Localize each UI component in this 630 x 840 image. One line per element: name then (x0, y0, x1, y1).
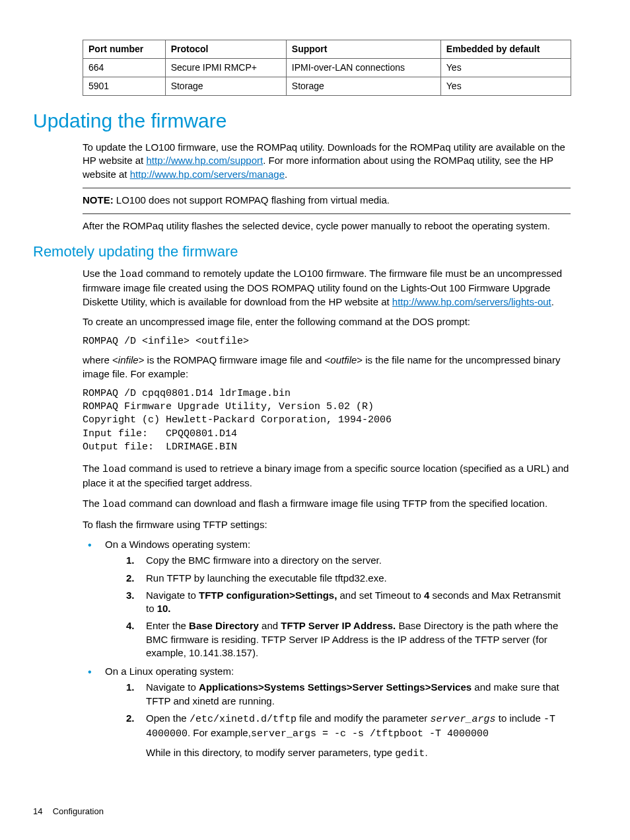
list-item: On a Linux operating system: Navigate to… (83, 665, 571, 761)
code-block: ROMPAQ /D cpqq0801.D14 ldrImage.bin ROMP… (83, 387, 571, 454)
col-support: Support (286, 40, 440, 59)
link-servers-manage[interactable]: http://www.hp.com/servers/manage (130, 169, 285, 180)
table-row: 664 Secure IPMI RMCP+ IPMI-over-LAN conn… (83, 58, 571, 77)
step: Copy the BMC firmware into a directory o… (125, 554, 571, 567)
step: Run TFTP by launching the executable fil… (125, 572, 571, 585)
paragraph: To create an uncompressed image file, en… (83, 315, 571, 328)
code-load: load (102, 464, 126, 475)
paragraph: To flash the firmware using TFTP setting… (83, 518, 571, 531)
link-lights-out[interactable]: http://www.hp.com/servers/lights-out (392, 296, 551, 307)
note-label: NOTE: (83, 194, 114, 206)
code-load: load (120, 269, 143, 280)
page-footer: 14 Configuration (33, 806, 104, 818)
command-line: ROMPAQ /D <infile> <outfile> (83, 335, 571, 348)
step: Navigate to TFTP configuration>Settings,… (125, 589, 571, 616)
step: Enter the Base Directory and TFTP Server… (125, 619, 571, 660)
col-port: Port number (83, 40, 166, 59)
paragraph: The load command is used to retrieve a b… (83, 462, 571, 490)
link-hp-support[interactable]: http://www.hp.com/support (146, 155, 263, 166)
table-header-row: Port number Protocol Support Embedded by… (83, 40, 571, 59)
footer-section: Configuration (53, 806, 104, 816)
col-protocol: Protocol (165, 40, 286, 59)
paragraph: Use the load command to remotely update … (83, 267, 571, 309)
heading-updating-firmware: Updating the firmware (33, 108, 571, 135)
port-table: Port number Protocol Support Embedded by… (83, 40, 571, 96)
step: Navigate to Applications>Systems Setting… (125, 681, 571, 708)
col-embedded: Embedded by default (440, 40, 571, 59)
list-item: On a Windows operating system: Copy the … (83, 538, 571, 660)
table-row: 5901 Storage Storage Yes (83, 77, 571, 95)
step: Open the /etc/xinetd.d/tftp file and mod… (125, 712, 571, 761)
paragraph: To update the LO100 firmware, use the RO… (83, 141, 571, 181)
page-number: 14 (33, 806, 50, 818)
note: NOTE: LO100 does not support ROMPAQ flas… (83, 194, 571, 207)
paragraph: where <infile> is the ROMPAQ firmware im… (83, 354, 571, 381)
note-divider (83, 188, 571, 188)
note-divider (83, 213, 571, 214)
heading-remotely-updating: Remotely updating the firmware (33, 242, 571, 262)
paragraph: The load command can download and flash … (83, 497, 571, 512)
code-load: load (102, 499, 126, 510)
paragraph: After the ROMPaq utility flashes the sel… (83, 219, 571, 233)
